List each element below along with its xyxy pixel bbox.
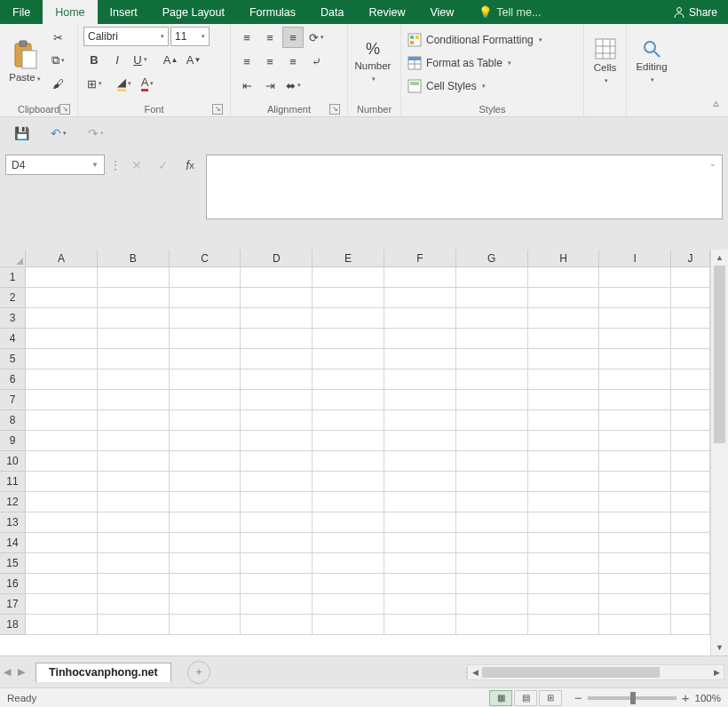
cell[interactable] xyxy=(671,308,710,329)
cell[interactable] xyxy=(241,431,313,451)
cell[interactable] xyxy=(26,410,98,431)
cell[interactable] xyxy=(241,594,313,615)
cell[interactable] xyxy=(26,267,98,288)
decrease-indent-button[interactable]: ⇤ xyxy=(236,75,257,96)
hscroll-thumb[interactable] xyxy=(482,667,660,678)
cell[interactable] xyxy=(456,594,528,615)
cell[interactable] xyxy=(26,451,98,472)
cell[interactable] xyxy=(26,492,98,512)
cell[interactable] xyxy=(528,533,600,553)
zoom-value[interactable]: 100% xyxy=(695,693,721,703)
cell[interactable] xyxy=(384,288,456,308)
cell[interactable] xyxy=(528,451,600,472)
save-button[interactable]: 💾 xyxy=(11,123,32,144)
cell[interactable] xyxy=(98,431,170,451)
cell[interactable] xyxy=(671,288,710,308)
row-header-11[interactable]: 11 xyxy=(0,472,26,492)
cell[interactable] xyxy=(671,369,710,390)
cell[interactable] xyxy=(313,349,384,369)
column-header-I[interactable]: I xyxy=(599,250,671,267)
cell[interactable] xyxy=(671,329,710,349)
cell[interactable] xyxy=(170,553,241,574)
tab-page-layout[interactable]: Page Layout xyxy=(150,0,237,24)
align-middle-button[interactable]: ≡ xyxy=(259,27,281,48)
cell[interactable] xyxy=(599,512,671,533)
cell[interactable] xyxy=(384,390,456,410)
cell[interactable] xyxy=(241,308,313,329)
new-sheet-button[interactable]: ＋ xyxy=(187,661,210,684)
cell[interactable] xyxy=(456,390,528,410)
column-headers[interactable]: ABCDEFGHIJ xyxy=(26,250,710,267)
cell[interactable] xyxy=(528,349,600,369)
cell[interactable] xyxy=(98,267,170,288)
cell[interactable] xyxy=(98,472,170,492)
cell[interactable] xyxy=(456,492,528,512)
cell[interactable] xyxy=(671,390,710,410)
cell[interactable] xyxy=(528,267,600,288)
column-header-G[interactable]: G xyxy=(456,250,528,267)
cell[interactable] xyxy=(26,349,98,369)
cell[interactable] xyxy=(98,308,170,329)
cell[interactable] xyxy=(98,451,170,472)
cell[interactable] xyxy=(313,574,384,594)
row-header-2[interactable]: 2 xyxy=(0,288,26,308)
cell[interactable] xyxy=(671,431,710,451)
format-as-table-button[interactable]: Format as Table▾ xyxy=(407,53,511,73)
italic-button[interactable]: I xyxy=(107,49,128,70)
cell[interactable] xyxy=(241,329,313,349)
tab-review[interactable]: Review xyxy=(356,0,417,24)
clipboard-dialog-launcher[interactable]: ↘ xyxy=(59,104,70,115)
cell[interactable] xyxy=(456,288,528,308)
cell[interactable] xyxy=(599,308,671,329)
bold-button[interactable]: B xyxy=(83,49,105,70)
cut-button[interactable]: ✂ xyxy=(47,27,68,48)
format-painter-button[interactable]: 🖌 xyxy=(47,73,68,94)
cell[interactable] xyxy=(313,369,384,390)
font-color-button[interactable]: A▾ xyxy=(137,73,158,94)
cell[interactable] xyxy=(528,288,600,308)
cell[interactable] xyxy=(671,574,710,594)
align-right-button[interactable]: ≡ xyxy=(282,51,304,72)
cell[interactable] xyxy=(241,410,313,431)
cell[interactable] xyxy=(384,512,456,533)
cell[interactable] xyxy=(26,512,98,533)
row-header-18[interactable]: 18 xyxy=(0,615,26,635)
cell[interactable] xyxy=(384,267,456,288)
cell[interactable] xyxy=(456,349,528,369)
column-header-J[interactable]: J xyxy=(671,250,710,267)
column-header-F[interactable]: F xyxy=(384,250,456,267)
cell[interactable] xyxy=(528,390,600,410)
cell[interactable] xyxy=(528,615,600,635)
cells-button[interactable]: Cells▾ xyxy=(590,27,621,96)
zoom-out-button[interactable]: − xyxy=(574,690,582,705)
copy-button[interactable]: ⧉▾ xyxy=(47,50,68,71)
cell[interactable] xyxy=(26,390,98,410)
share-button[interactable]: Share xyxy=(662,0,728,24)
cell[interactable] xyxy=(98,390,170,410)
tab-file[interactable]: File xyxy=(0,0,43,24)
cell[interactable] xyxy=(313,431,384,451)
cell[interactable] xyxy=(170,594,241,615)
cell[interactable] xyxy=(313,288,384,308)
font-dialog-launcher[interactable]: ↘ xyxy=(212,104,223,115)
cell[interactable] xyxy=(456,308,528,329)
column-header-A[interactable]: A xyxy=(26,250,98,267)
name-box[interactable]: D4 ▼ xyxy=(5,155,105,175)
select-all-button[interactable] xyxy=(0,250,26,267)
row-header-9[interactable]: 9 xyxy=(0,431,26,451)
orientation-button[interactable]: ⟳▾ xyxy=(305,27,327,48)
cell[interactable] xyxy=(599,329,671,349)
cell[interactable] xyxy=(599,533,671,553)
cell[interactable] xyxy=(241,451,313,472)
tab-home[interactable]: Home xyxy=(43,0,97,24)
align-top-button[interactable]: ≡ xyxy=(236,27,257,48)
cell[interactable] xyxy=(456,574,528,594)
alignment-dialog-launcher[interactable]: ↘ xyxy=(329,104,340,115)
cell[interactable] xyxy=(241,492,313,512)
cell[interactable] xyxy=(456,553,528,574)
cell[interactable] xyxy=(98,574,170,594)
tell-me-search[interactable]: 💡 Tell me... xyxy=(466,0,553,24)
cell[interactable] xyxy=(599,369,671,390)
cell[interactable] xyxy=(26,594,98,615)
cell[interactable] xyxy=(170,431,241,451)
